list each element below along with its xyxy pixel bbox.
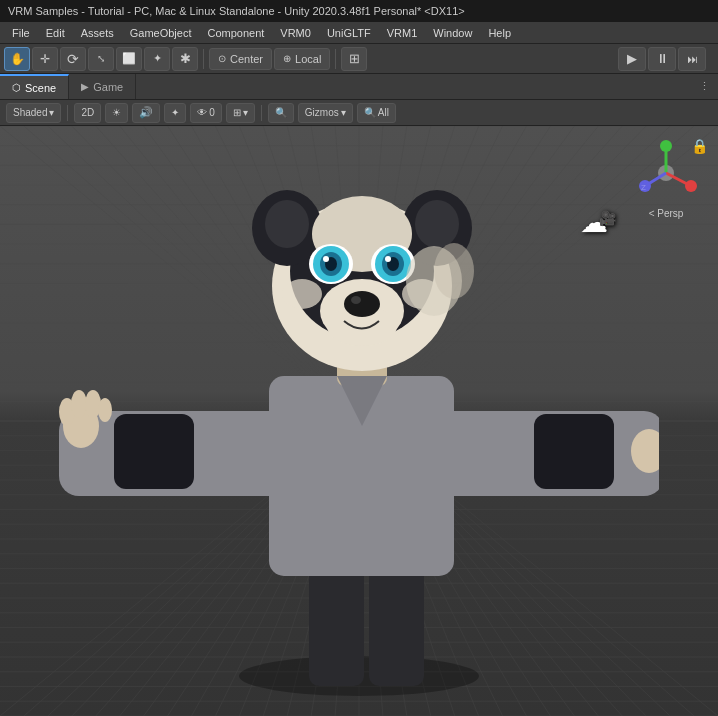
grid-chevron: ▾ [243,107,248,118]
lighting-toggle[interactable]: ☀ [105,103,128,123]
pivot-local-icon: ⊕ [283,53,291,64]
rotate-tool-button[interactable]: ⟳ [60,47,86,71]
title-bar: VRM Samples - Tutorial - PC, Mac & Linux… [0,0,718,22]
gizmos-label: Gizmos [305,107,339,118]
scene-search[interactable]: 🔍 [268,103,294,123]
grid-toggle[interactable]: ⊞ ▾ [226,103,255,123]
toolbar: ✋ ✛ ⟳ ⤡ ⬜ ✦ ✱ ⊙ Center ⊕ Local ⊞ ▶ ⏸ ⏭ [0,44,718,74]
effects-icon: ✦ [171,107,179,118]
play-button[interactable]: ▶ [618,47,646,71]
menu-gameobject[interactable]: GameObject [122,25,200,41]
svg-rect-11 [114,414,194,489]
tab-more-button[interactable]: ⋮ [691,74,718,99]
custom-tool-button[interactable]: ✱ [172,47,198,71]
extra-btn[interactable]: ⊞ [341,47,367,71]
pivot-center-icon: ⊙ [218,53,226,64]
svg-point-34 [351,296,361,304]
scale-tool-button[interactable]: ⤡ [88,47,114,71]
search-icon: 🔍 [275,107,287,118]
scene-sep-2 [261,105,262,121]
effects-toggle[interactable]: ✦ [164,103,186,123]
svg-text:X: X [688,183,694,192]
hand-tool-button[interactable]: ✋ [4,47,30,71]
svg-point-10 [98,398,112,422]
character-display [59,156,659,716]
lighting-icon: ☀ [112,107,121,118]
game-tab-label: Game [93,81,123,93]
pause-button[interactable]: ⏸ [648,47,676,71]
step-button[interactable]: ⏭ [678,47,706,71]
menu-vrm1[interactable]: VRM1 [379,25,426,41]
audio-icon: 🔊 [139,106,153,119]
hide-count: 0 [209,107,215,118]
svg-text:Z: Z [641,183,646,192]
toolbar-separator-2 [335,49,336,69]
window-title: VRM Samples - Tutorial - PC, Mac & Linux… [8,5,465,17]
viewport[interactable]: ☁ 🎥 🔒 Y X Z < Persp [0,126,718,716]
svg-rect-40 [534,414,614,489]
gizmo-axes-svg[interactable]: Y X Z [631,138,701,208]
menu-help[interactable]: Help [480,25,519,41]
scene-sep-1 [67,105,68,121]
shading-chevron-icon: ▾ [49,107,54,118]
hide-toggle[interactable]: 👁 0 [190,103,222,123]
pivot-local-label: Local [295,53,321,65]
svg-point-27 [323,256,329,262]
pivot-center-button[interactable]: ⊙ Center [209,48,272,70]
svg-point-8 [71,390,87,418]
move-tool-button[interactable]: ✛ [32,47,58,71]
scene-tab-label: Scene [25,82,56,94]
rect-tool-button[interactable]: ⬜ [116,47,142,71]
tab-game[interactable]: ▶ Game [69,74,136,99]
svg-point-19 [265,200,309,248]
tab-scene[interactable]: ⬡ Scene [0,74,69,99]
gizmos-chevron-icon: ▾ [341,107,346,118]
playback-controls: ▶ ⏸ ⏭ [618,47,706,71]
menu-vrm0[interactable]: VRM0 [272,25,319,41]
2d-toggle[interactable]: 2D [74,103,101,123]
hide-icon: 👁 [197,107,207,118]
menu-component[interactable]: Component [199,25,272,41]
svg-point-21 [415,200,459,248]
game-tab-icon: ▶ [81,81,89,92]
gizmo-persp-label[interactable]: < Persp [649,208,684,219]
transform-tool-button[interactable]: ✦ [144,47,170,71]
gizmos-dropdown[interactable]: Gizmos ▾ [298,103,353,123]
shading-dropdown[interactable]: Shaded ▾ [6,103,61,123]
pivot-local-button[interactable]: ⊕ Local [274,48,330,70]
scene-tab-icon: ⬡ [12,82,21,93]
tab-bar: ⬡ Scene ▶ Game ⋮ [0,74,718,100]
menu-bar: File Edit Assets GameObject Component VR… [0,22,718,44]
menu-window[interactable]: Window [425,25,480,41]
search-all-icon: 🔍 [364,107,376,118]
svg-point-33 [344,291,380,317]
svg-point-32 [385,256,391,262]
all-dropdown[interactable]: 🔍 All [357,103,396,123]
camera-icon: ☁ 🎥 [580,206,608,239]
svg-point-38 [434,243,474,299]
svg-text:Y: Y [663,143,669,152]
all-label: All [378,107,389,118]
pivot-center-label: Center [230,53,263,65]
gizmo-overlay: Y X Z < Persp [626,138,706,228]
2d-label: 2D [81,107,94,118]
scene-toolbar: Shaded ▾ 2D ☀ 🔊 ✦ 👁 0 ⊞ ▾ 🔍 Gizmos ▾ 🔍 A… [0,100,718,126]
menu-file[interactable]: File [4,25,38,41]
menu-edit[interactable]: Edit [38,25,73,41]
toolbar-separator-1 [203,49,204,69]
audio-toggle[interactable]: 🔊 [132,103,160,123]
menu-assets[interactable]: Assets [73,25,122,41]
menu-unigltf[interactable]: UniGLTF [319,25,379,41]
svg-point-35 [282,279,322,309]
grid-icon: ⊞ [233,107,241,118]
shading-label: Shaded [13,107,47,118]
